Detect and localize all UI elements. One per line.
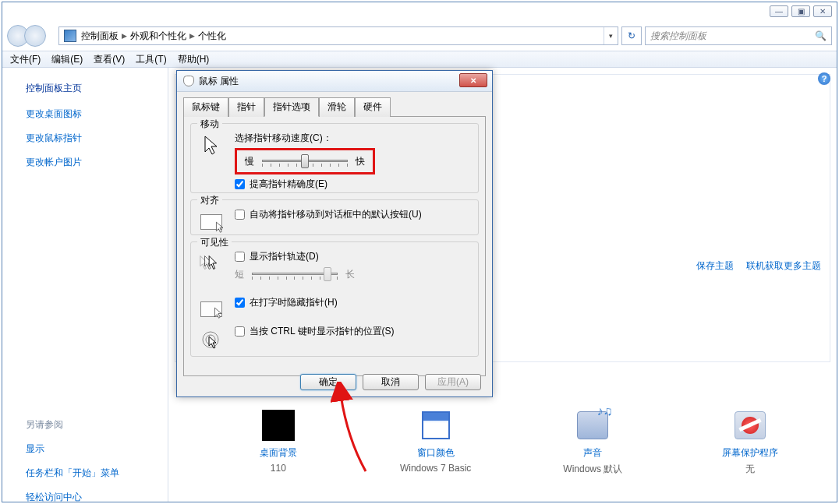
tab-pointers[interactable]: 指针 [228, 97, 264, 117]
sidebar-link-mouse-pointer[interactable]: 更改鼠标指针 [26, 132, 168, 145]
see-also-display[interactable]: 显示 [26, 442, 168, 456]
trails-check-input[interactable] [235, 252, 245, 262]
tile-window-color[interactable]: 窗口颜色 Windows 7 Basic [362, 409, 510, 476]
pointer-trails-checkbox[interactable]: 显示指针轨迹(D) [235, 250, 470, 263]
get-more-themes-link[interactable]: 联机获取更多主题 [746, 259, 821, 273]
pointer-speed-slider[interactable] [262, 153, 348, 169]
speed-label: 选择指针移动速度(C)： [235, 132, 470, 145]
tile-sub: Windows 默认 [563, 463, 622, 476]
tab-hardware[interactable]: 硬件 [355, 97, 391, 117]
group-visibility: 可见性 显示指针轨迹(D) 短 长 [190, 241, 479, 357]
long-label: 长 [345, 268, 355, 281]
tile-screensaver[interactable]: 屏幕保护程序 无 [676, 409, 824, 476]
snap-default-checkbox[interactable]: 自动将指针移动到对话框中的默认按钮(U) [235, 208, 470, 221]
menu-edit[interactable]: 编辑(E) [51, 53, 83, 66]
see-also-label: 另请参阅 [26, 418, 168, 432]
menu-tools[interactable]: 工具(T) [136, 53, 166, 66]
breadcrumb-part-2[interactable]: 个性化 [198, 30, 226, 43]
mouse-properties-dialog: 鼠标 属性 ✕ 鼠标键 指针 指针选项 滑轮 硬件 移动 选择指针移动速度(C)… [176, 70, 493, 397]
tile-desktop-bg[interactable]: 桌面背景 110 [204, 409, 352, 476]
tile-title: 窗口颜色 [417, 446, 455, 460]
address-bar[interactable]: 控制面板 ▶ 外观和个性化 ▶ 个性化 ▾ [58, 26, 618, 45]
location-icon [64, 30, 76, 42]
menu-help[interactable]: 帮助(H) [178, 53, 210, 66]
tile-sub: 无 [745, 463, 755, 476]
tiles-row: 桌面背景 110 窗口颜色 Windows 7 Basic ♪♫ 声音 Wind… [200, 409, 829, 476]
see-also-ease[interactable]: 轻松访问中心 [26, 491, 168, 504]
dialog-tabs: 鼠标键 指针 指针选项 滑轮 硬件 [177, 92, 492, 116]
hide-while-typing-checkbox[interactable]: 在打字时隐藏指针(H) [235, 296, 470, 309]
sidebar-home[interactable]: 控制面板主页 [26, 82, 168, 95]
tile-sound[interactable]: ♪♫ 声音 Windows 默认 [519, 409, 667, 476]
save-theme-link[interactable]: 保存主题 [696, 259, 734, 273]
slow-label: 慢 [245, 155, 254, 168]
cancel-button[interactable]: 取消 [363, 374, 419, 390]
tab-buttons[interactable]: 鼠标键 [183, 97, 228, 117]
menu-file[interactable]: 文件(F) [10, 53, 41, 66]
dialog-title: 鼠标 属性 [199, 75, 239, 88]
short-label: 短 [235, 268, 244, 281]
ctrl-locate-checkbox[interactable]: 当按 CTRL 键时显示指针的位置(S) [235, 325, 470, 338]
enhance-precision-checkbox[interactable]: 提高指针精确度(E) [235, 178, 470, 191]
nav-row: 控制面板 ▶ 外观和个性化 ▶ 个性化 ▾ ↻ 搜索控制面板 🔍 [2, 23, 837, 49]
ctrl-locate-check-input[interactable] [235, 326, 245, 337]
menu-bar: 文件(F) 编辑(E) 查看(V) 工具(T) 帮助(H) [2, 51, 837, 68]
trails-length-slider [252, 266, 338, 282]
tab-wheel[interactable]: 滑轮 [319, 97, 355, 117]
group-snap: 对齐 自动将指针移动到对话框中的默认按钮(U) [190, 199, 479, 235]
motion-cursor-icon [199, 133, 224, 158]
see-also-taskbar[interactable]: 任务栏和「开始」菜单 [26, 467, 168, 480]
fast-label: 快 [356, 155, 365, 168]
hide-typing-check-input[interactable] [235, 298, 245, 308]
group-motion: 移动 选择指针移动速度(C)： 慢 快 提高指针精确度(E) [190, 123, 479, 193]
forward-icon[interactable] [24, 25, 46, 47]
refresh-button[interactable]: ↻ [621, 26, 642, 45]
precision-check-input[interactable] [235, 179, 245, 189]
speed-slider-thumb[interactable] [301, 154, 309, 168]
apply-button[interactable]: 应用(A) [425, 374, 481, 390]
dialog-titlebar[interactable]: 鼠标 属性 ✕ [177, 71, 492, 92]
snap-label: 自动将指针移动到对话框中的默认按钮(U) [250, 208, 422, 221]
nav-back-forward[interactable] [7, 23, 58, 49]
breadcrumb-part-1[interactable]: 外观和个性化 [130, 30, 186, 43]
menu-view[interactable]: 查看(V) [94, 53, 125, 66]
speed-highlight-box: 慢 快 [235, 148, 375, 174]
snap-check-input[interactable] [235, 210, 245, 220]
close-button[interactable]: ✕ [813, 5, 832, 17]
tab-content: 移动 选择指针移动速度(C)： 慢 快 提高指针精确度(E) 对齐 [183, 116, 486, 376]
tile-title: 声音 [583, 446, 602, 460]
theme-links: 保存主题 联机获取更多主题 [696, 259, 821, 273]
trails-label: 显示指针轨迹(D) [250, 250, 319, 263]
desktop-bg-icon [262, 410, 295, 441]
breadcrumb-part-0[interactable]: 控制面板 [81, 30, 119, 43]
trails-icon [199, 250, 224, 275]
sidebar-link-account-pic[interactable]: 更改帐户图片 [26, 156, 168, 169]
maximize-button[interactable]: ▣ [791, 5, 810, 17]
dialog-close-button[interactable]: ✕ [459, 73, 487, 87]
minimize-button[interactable]: — [770, 5, 788, 17]
tile-sub: Windows 7 Basic [400, 463, 471, 474]
hide-typing-icon [199, 297, 224, 322]
search-input[interactable]: 搜索控制面板 🔍 [645, 26, 832, 45]
address-dropdown-icon[interactable]: ▾ [604, 27, 618, 44]
group-snap-legend: 对齐 [197, 194, 222, 207]
trails-slider-thumb [324, 267, 331, 281]
sidebar-link-desktop-icons[interactable]: 更改桌面图标 [26, 107, 168, 121]
ok-button[interactable]: 确定 [300, 374, 356, 390]
screensaver-icon [735, 411, 766, 439]
ctrl-locate-icon [199, 328, 224, 353]
search-icon[interactable]: 🔍 [815, 30, 827, 41]
sidebar: 控制面板主页 更改桌面图标 更改鼠标指针 更改帐户图片 另请参阅 显示 任务栏和… [2, 68, 168, 502]
tile-sub: 110 [271, 463, 286, 474]
breadcrumb-sep-icon: ▶ [122, 32, 127, 40]
window-controls: — ▣ ✕ [770, 5, 832, 17]
sound-icon: ♪♫ [577, 411, 608, 439]
window-color-icon [422, 411, 450, 439]
snap-icon [199, 210, 224, 234]
group-motion-legend: 移动 [197, 118, 222, 131]
dialog-buttons: 确定 取消 应用(A) [177, 374, 492, 390]
tab-pointer-options[interactable]: 指针选项 [264, 97, 319, 117]
hide-typing-label: 在打字时隐藏指针(H) [250, 296, 338, 309]
help-icon[interactable]: ? [818, 72, 830, 85]
search-placeholder: 搜索控制面板 [650, 30, 706, 43]
